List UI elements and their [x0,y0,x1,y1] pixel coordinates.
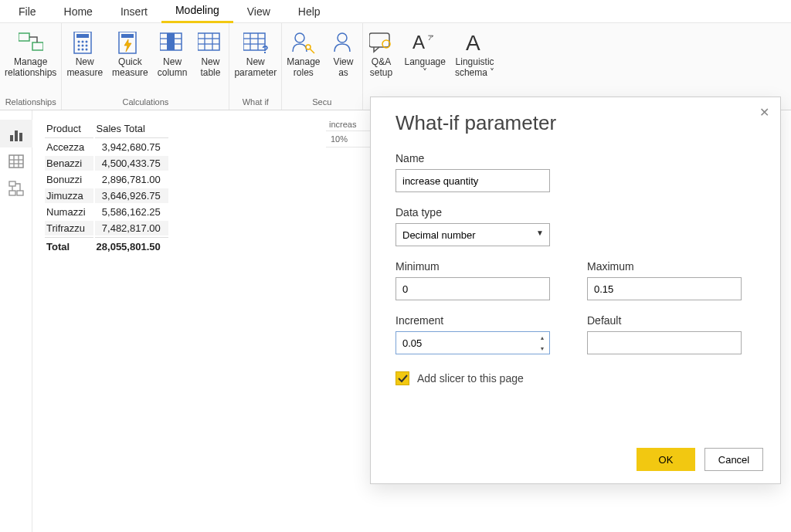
table-visual[interactable]: Product Sales Total Accezza3,942,680.75B… [43,118,170,256]
name-label: Name [396,152,759,164]
min-label: Minimum [396,260,550,273]
def-label: Default [587,314,742,327]
qa-setup-button[interactable]: Q&Asetup [363,26,400,79]
view-model[interactable] [0,175,32,203]
ribbon-group-label: What if [229,96,281,108]
inc-spin-down-icon[interactable]: ▼ [535,343,549,354]
table-q-icon [243,29,268,57]
user-key-icon [291,29,316,57]
a-plain-icon [463,29,487,57]
table-row[interactable]: Trifrazzu7,482,817.00 [45,221,168,236]
menu-item-insert[interactable]: Insert [107,1,161,22]
table-icon [198,29,222,57]
menu-item-modeling[interactable]: Modeling [161,0,233,23]
add-slicer-checkbox[interactable] [396,371,409,385]
chat-gear-icon [369,29,394,57]
menu-item-view[interactable]: View [233,1,284,22]
manage-relationships-button[interactable]: Managerelationships [0,26,61,79]
calc-bolt-icon [117,29,142,57]
datatype-label: Data type [396,206,759,219]
linguistic-schema-button[interactable]: Linguisticschema ˅ [450,26,499,79]
ribbon-group-label: Calculations [62,96,229,108]
user-icon [331,29,356,57]
menu-item-file[interactable]: File [5,1,50,22]
def-input[interactable] [587,331,742,354]
ribbon-group-label: Secu [282,96,362,108]
dialog-title: What-if parameter [396,111,759,135]
relationships-icon [19,29,43,57]
inc-label: Increment [396,314,550,327]
close-icon[interactable]: ✕ [759,105,769,120]
new-measure-button[interactable]: Newmeasure [62,26,107,79]
add-slicer-label: Add slicer to this page [417,372,524,385]
table-row[interactable]: Numazzi5,586,162.25 [45,205,168,219]
manage-roles-button[interactable]: Manageroles [282,26,324,79]
view-as-button[interactable]: Viewas [325,26,362,79]
quick-measure-button[interactable]: Quickmeasure [107,26,153,79]
a-globe-icon [412,29,437,57]
calc-icon [73,29,97,57]
whatif-dialog: ✕ What-if parameter Name Data type Decim… [371,97,780,483]
language-button[interactable]: Language ˅ [400,26,450,79]
table-row[interactable]: Accezza3,942,680.75 [45,140,168,154]
table-row[interactable]: Jimuzza3,646,926.75 [45,188,168,203]
col-sales-total[interactable]: Sales Total [95,120,168,138]
datatype-select[interactable]: Decimal number [396,223,550,246]
ribbon-group-label: Relationships [0,96,61,108]
ok-button[interactable]: OK [637,448,695,471]
view-data[interactable] [0,147,32,175]
min-input[interactable] [396,277,550,300]
col-product[interactable]: Product [45,120,93,138]
table-row[interactable]: Benazzi4,500,433.75 [45,156,168,171]
inc-input[interactable] [396,331,550,354]
max-input[interactable] [587,277,742,300]
new-table-button[interactable]: Newtable [192,26,229,79]
table-col-icon [160,29,185,57]
table-total-row: Total28,055,801.50 [45,237,168,254]
view-report[interactable] [0,120,32,147]
menu-item-help[interactable]: Help [284,1,334,22]
new-column-button[interactable]: Newcolumn [153,26,192,79]
new-parameter-button[interactable]: Newparameter [229,26,281,79]
cancel-button[interactable]: Cancel [704,448,763,471]
max-label: Maximum [587,260,742,273]
inc-spin-up-icon[interactable]: ▲ [535,332,549,343]
name-input[interactable] [396,169,550,192]
menu-item-home[interactable]: Home [50,1,107,22]
table-row[interactable]: Bonuzzi2,896,781.00 [45,172,168,187]
